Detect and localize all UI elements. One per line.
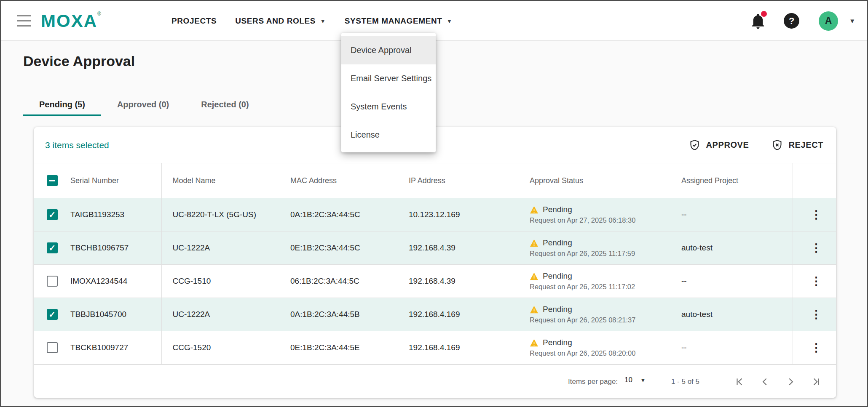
status-line: Pending (530, 205, 670, 214)
hamburger-menu-icon[interactable] (17, 15, 31, 27)
row-kebab-menu-button[interactable]: ⋮ (793, 342, 836, 354)
nav-item-projects[interactable]: PROJECTS (171, 16, 217, 26)
menu-item-email-server-settings[interactable]: Email Server Settings (341, 64, 436, 93)
app-bar-right: ? A ▼ (751, 1, 855, 41)
question-mark-icon: ? (789, 16, 794, 27)
approval-status-cell: PendingRequest on Apr 26, 2025 08:20:00 (519, 331, 670, 364)
row-actions-cell: ⋮ (793, 331, 836, 364)
serial-number-cell: IMOXA1234544 (59, 265, 161, 298)
menu-item-system-events[interactable]: System Events (341, 93, 436, 121)
moxa-logo: MOXA® (41, 11, 102, 31)
device-approval-card: 3 items selected APPROVE REJECT (34, 127, 836, 398)
assigned-project-cell: auto-test (670, 231, 793, 265)
table-row: TBCKB1009727CCG-15200E:1B:2C:3A:44:5E192… (34, 331, 836, 364)
row-checkbox[interactable] (47, 276, 58, 287)
shield-x-icon (772, 139, 783, 151)
tab-rejected[interactable]: Rejected (0) (185, 94, 265, 116)
table-row: TBBJB1045700UC-1222A0A:1B:2C:3A:44:5B192… (34, 298, 836, 331)
nav-item-label: PROJECTS (171, 16, 217, 26)
status-request-time: Request on Apr 26, 2025 11:17:02 (530, 283, 670, 291)
last-page-button[interactable] (810, 376, 822, 388)
approval-status-cell: PendingRequest on Apr 27, 2025 06:18:30 (519, 198, 670, 231)
row-checkbox[interactable] (47, 242, 58, 253)
status-line: Pending (530, 271, 670, 281)
serial-number-cell: TAIGB1193253 (59, 198, 161, 231)
row-kebab-menu-button[interactable]: ⋮ (793, 242, 836, 254)
model-name-cell: UC-1222A (161, 298, 279, 331)
mac-address-cell: 06:1B:2C:3A:44:5C (279, 265, 398, 298)
warning-triangle-icon (530, 272, 538, 280)
nav-item-system-management[interactable]: SYSTEM MANAGEMENT▼ (345, 16, 453, 26)
header-assigned-project: Assigned Project (670, 163, 793, 198)
warning-triangle-icon (530, 206, 538, 214)
page-title: Device Approval (23, 53, 135, 69)
serial-number-cell: TBCKB1009727 (59, 331, 161, 364)
nav-item-users-and-roles[interactable]: USERS AND ROLES▼ (235, 16, 326, 26)
menu-item-device-approval[interactable]: Device Approval (341, 36, 436, 64)
account-chevron-down-icon[interactable]: ▼ (849, 17, 855, 24)
menu-item-license[interactable]: License (341, 121, 436, 149)
header-mac-address: MAC Address (279, 163, 398, 198)
device-table-body: TAIGB1193253UC-8220-T-LX (5G-US)0A:1B:2C… (34, 198, 836, 364)
prev-page-button[interactable] (759, 376, 771, 388)
help-button[interactable]: ? (784, 13, 799, 29)
status-request-time: Request on Apr 26, 2025 08:20:00 (530, 349, 670, 357)
status-request-time: Request on Apr 26, 2025 08:21:37 (530, 316, 670, 324)
row-checkbox-cell (34, 265, 59, 298)
notification-dot (761, 11, 767, 17)
warning-triangle-icon (530, 306, 538, 314)
status-text: Pending (543, 205, 572, 214)
tab-approved[interactable]: Approved (0) (101, 94, 185, 116)
reject-button[interactable]: REJECT (772, 139, 823, 151)
approval-status-cell: PendingRequest on Apr 26, 2025 11:17:59 (519, 231, 670, 265)
row-checkbox-cell (34, 331, 59, 364)
row-checkbox[interactable] (47, 209, 58, 220)
app-window: MOXA® PROJECTSUSERS AND ROLES▼SYSTEM MAN… (0, 0, 868, 407)
model-name-cell: CCG-1520 (161, 331, 279, 364)
tab-pending[interactable]: Pending (5) (23, 94, 101, 116)
table-row: TBCHB1096757UC-1222A0E:1B:2C:3A:44:5C192… (34, 231, 836, 265)
serial-number-cell: TBCHB1096757 (59, 231, 161, 265)
system-management-menu: Device ApprovalEmail Server SettingsSyst… (341, 33, 436, 152)
row-actions-cell: ⋮ (793, 198, 836, 231)
status-request-time: Request on Apr 26, 2025 11:17:59 (530, 250, 670, 258)
approve-button[interactable]: APPROVE (689, 139, 749, 151)
row-actions-cell: ⋮ (793, 265, 836, 298)
registered-mark: ® (97, 11, 102, 17)
assigned-project-cell: -- (670, 331, 793, 364)
row-checkbox-cell (34, 298, 59, 331)
selection-count-text: 3 items selected (45, 140, 109, 150)
row-actions-cell: ⋮ (793, 298, 836, 331)
assigned-project-cell: auto-test (670, 298, 793, 331)
row-checkbox[interactable] (47, 342, 58, 353)
mac-address-cell: 0E:1B:2C:3A:44:5C (279, 231, 398, 265)
next-page-button[interactable] (785, 376, 796, 388)
row-checkbox[interactable] (47, 309, 58, 320)
approval-status-cell: PendingRequest on Apr 26, 2025 08:21:37 (519, 298, 670, 331)
items-per-page-label: Items per page: (568, 378, 618, 386)
mac-address-cell: 0A:1B:2C:3A:44:5B (279, 298, 398, 331)
notifications-button[interactable] (751, 13, 765, 29)
ip-address-cell: 192.168.4.39 (398, 231, 519, 265)
row-kebab-menu-button[interactable]: ⋮ (793, 276, 836, 287)
avatar-letter: A (825, 15, 832, 27)
model-name-cell: CCG-1510 (161, 265, 279, 298)
header-model-name: Model Name (161, 163, 279, 198)
table-row: IMOXA1234544CCG-151006:1B:2C:3A:44:5C192… (34, 265, 836, 298)
status-line: Pending (530, 338, 670, 347)
items-per-page-select[interactable]: 10 ▼ (624, 376, 647, 387)
first-page-button[interactable] (734, 376, 746, 388)
header-ip-address: IP Address (398, 163, 519, 198)
status-line: Pending (530, 238, 670, 247)
user-avatar[interactable]: A (819, 11, 838, 31)
row-kebab-menu-button[interactable]: ⋮ (793, 309, 836, 320)
ip-address-cell: 192.168.4.169 (398, 331, 519, 364)
select-all-checkbox[interactable] (47, 175, 58, 186)
ip-address-cell: 192.168.4.169 (398, 298, 519, 331)
row-kebab-menu-button[interactable]: ⋮ (793, 209, 836, 221)
model-name-cell: UC-8220-T-LX (5G-US) (161, 198, 279, 231)
nav-item-label: SYSTEM MANAGEMENT (345, 16, 442, 26)
mac-address-cell: 0A:1B:2C:3A:44:5C (279, 198, 398, 231)
status-text: Pending (543, 271, 572, 281)
status-text: Pending (543, 238, 572, 247)
